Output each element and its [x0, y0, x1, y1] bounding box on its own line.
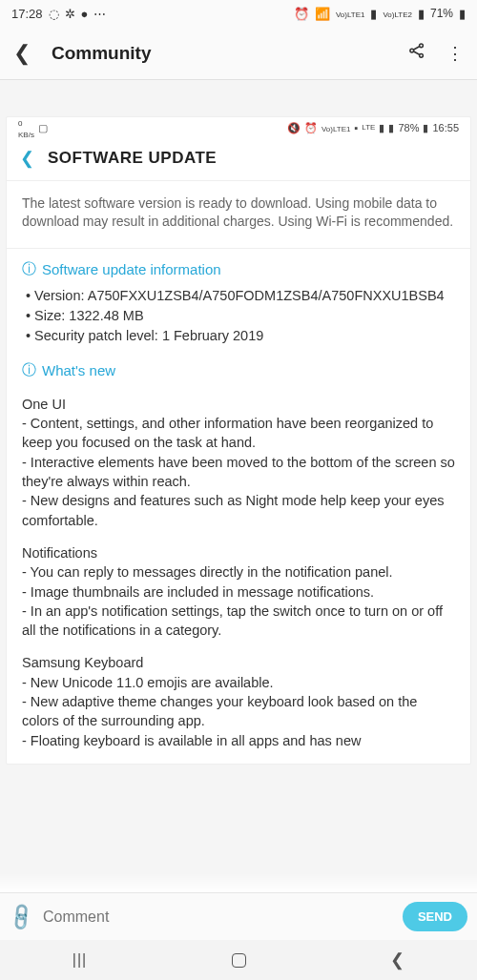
- battery-icon: ▮: [459, 7, 466, 21]
- share-icon[interactable]: [408, 42, 425, 64]
- status-time: 17:28: [11, 7, 43, 21]
- comment-input[interactable]: [43, 909, 403, 926]
- group-title: Samsung Keyboard: [22, 653, 455, 672]
- update-title: SOFTWARE UPDATE: [48, 149, 217, 168]
- whatsapp-icon: ◌: [49, 7, 59, 21]
- inner-back-icon[interactable]: ❮: [20, 148, 34, 169]
- security-line: Security patch level: 1 February 2019: [26, 326, 455, 346]
- more-notifications-icon: ⋯: [93, 7, 106, 21]
- whats-new-heading: ⓘ What's new: [22, 361, 455, 379]
- battery-percent: 71%: [430, 7, 453, 20]
- svg-line-4: [413, 51, 420, 55]
- message-icon: ●: [81, 7, 89, 21]
- group-line: - Interactive elements have been moved t…: [22, 453, 455, 492]
- inner-status-left: 0KB/s ▢: [18, 116, 48, 139]
- version-line: Version: A750FXXU1ZSB4/A750FODM1ZSB4/A75…: [26, 286, 455, 306]
- whats-group: One UI - Content, settings, and other in…: [22, 395, 455, 530]
- sim-label: Vo)LTE1: [321, 122, 351, 133]
- whats-group: Samsung Keyboard - New Unicode 11.0 emoj…: [22, 653, 455, 749]
- back-icon[interactable]: ❮: [13, 41, 31, 66]
- sim1-label: Vo)LTE1: [336, 7, 365, 20]
- svg-line-3: [413, 47, 420, 51]
- info-heading: ⓘ Software update information: [22, 260, 455, 278]
- speed-indicator: 0KB/s: [18, 116, 34, 139]
- group-line: - New adaptive theme changes your keyboa…: [22, 692, 455, 731]
- size-line: Size: 1322.48 MB: [26, 306, 455, 326]
- sd-icon: ▢: [38, 122, 48, 134]
- group-line: - You can reply to messages directly in …: [22, 562, 455, 582]
- inner-status-right: 🔇 ⏰ Vo)LTE1 ▪ LTE ▮ ▮ 78% ▮ 16:55: [287, 122, 459, 134]
- signal-icon: ▮: [379, 122, 384, 134]
- lte-label: LTE: [362, 124, 375, 132]
- info-heading-text: Software update information: [42, 261, 221, 277]
- home-button[interactable]: [232, 953, 246, 968]
- person-icon: ⓘ: [22, 361, 36, 379]
- whats-new-body: One UI - Content, settings, and other in…: [7, 391, 470, 750]
- update-info-section: ⓘ Software update information Version: A…: [7, 249, 470, 350]
- signal2-icon: ▮: [418, 7, 425, 21]
- back-button[interactable]: ❮: [390, 949, 404, 970]
- signal2-icon: ▮: [388, 122, 394, 134]
- alarm-icon: ⏰: [304, 122, 318, 134]
- alarm-icon: ⏰: [294, 7, 309, 21]
- app-toolbar: ❮ Community ⋮: [0, 27, 477, 80]
- group-line: - Image thumbnails are included in messa…: [22, 582, 455, 602]
- group-line: - New designs and features such as Night…: [22, 491, 455, 530]
- update-header: ❮ SOFTWARE UPDATE: [7, 138, 470, 180]
- sim2-label: Vo)LTE2: [383, 7, 412, 20]
- group-line: - Content, settings, and other informati…: [22, 414, 455, 453]
- outer-status-bar: 17:28 ◌ ✲ ● ⋯ ⏰ 📶 Vo)LTE1 ▮ Vo)LTE2 ▮ 71…: [0, 0, 477, 27]
- signal1-icon: ▮: [370, 7, 377, 21]
- status-left: 17:28 ◌ ✲ ● ⋯: [11, 7, 106, 21]
- group-title: One UI: [22, 395, 455, 414]
- inner-time: 16:55: [432, 122, 459, 133]
- battery-icon: ▮: [423, 122, 428, 134]
- whats-new-heading-text: What's new: [42, 362, 115, 378]
- group-line: - Floating keyboard is available in all …: [22, 731, 455, 750]
- info-icon: ⓘ: [22, 260, 36, 278]
- group-line: - In an app's notification settings, tap…: [22, 602, 455, 641]
- info-list: Version: A750FXXU1ZSB4/A750FODM1ZSB4/A75…: [22, 286, 455, 346]
- status-right: ⏰ 📶 Vo)LTE1 ▮ Vo)LTE2 ▮ 71% ▮: [294, 7, 466, 21]
- wifi-icon: 📶: [315, 7, 330, 21]
- whats-group: Notifications - You can reply to message…: [22, 543, 455, 640]
- android-nav-bar: ||| ❮: [0, 940, 477, 980]
- nfc-icon: ▪: [354, 122, 358, 133]
- recents-button[interactable]: |||: [73, 951, 87, 969]
- group-line: - New Unicode 11.0 emojis are available.: [22, 673, 455, 692]
- download-notice: The latest software version is ready to …: [7, 180, 470, 249]
- group-title: Notifications: [22, 543, 455, 562]
- slack-icon: ✲: [65, 7, 75, 21]
- attach-icon[interactable]: 🔗: [5, 900, 38, 932]
- embedded-screenshot: 0KB/s ▢ 🔇 ⏰ Vo)LTE1 ▪ LTE ▮ ▮ 78% ▮ 16:5…: [6, 116, 471, 765]
- inner-status-bar: 0KB/s ▢ 🔇 ⏰ Vo)LTE1 ▪ LTE ▮ ▮ 78% ▮ 16:5…: [7, 117, 470, 138]
- post-content: 0KB/s ▢ 🔇 ⏰ Vo)LTE1 ▪ LTE ▮ ▮ 78% ▮ 16:5…: [0, 116, 477, 765]
- page-title: Community: [52, 43, 387, 64]
- whats-new-section: ⓘ What's new: [7, 350, 470, 391]
- inner-battery-percent: 78%: [398, 122, 419, 133]
- mute-icon: 🔇: [287, 122, 301, 134]
- more-icon[interactable]: ⋮: [446, 43, 464, 64]
- content-fade: [0, 873, 477, 892]
- send-button[interactable]: SEND: [403, 902, 467, 931]
- comment-bar: 🔗 SEND: [0, 892, 477, 940]
